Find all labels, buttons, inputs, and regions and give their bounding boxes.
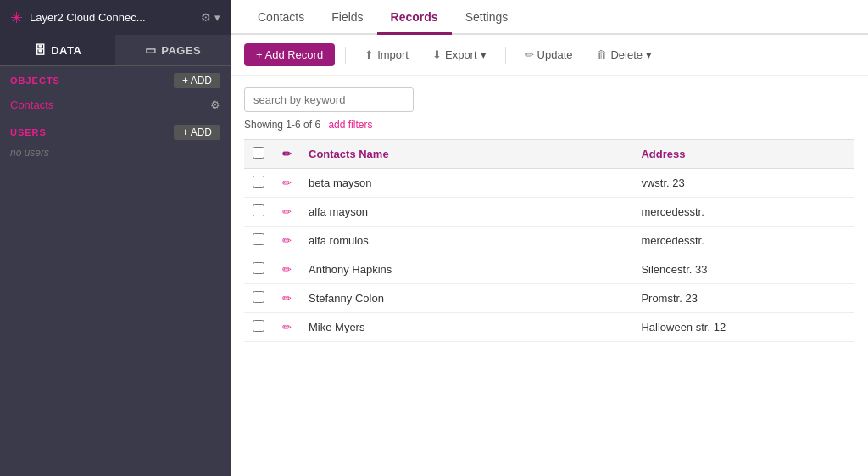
row-checkbox-4[interactable] xyxy=(253,291,264,303)
sidebar-settings-icon[interactable]: ⚙ ▾ xyxy=(201,11,220,24)
row-address-3: Silencestr. 33 xyxy=(632,255,854,284)
row-checkbox-3[interactable] xyxy=(253,262,264,274)
contacts-gear-icon[interactable]: ⚙ xyxy=(210,98,220,111)
row-edit-icon-5[interactable]: ✏ xyxy=(282,321,292,333)
row-checkbox-1[interactable] xyxy=(253,204,264,216)
import-label: Import xyxy=(377,48,409,61)
row-name-5: Mike Myers xyxy=(300,313,632,342)
pages-nav-label: PAGES xyxy=(161,44,201,57)
showing-count: Showing 1-6 of 6 xyxy=(244,119,320,131)
header-contacts-name: Contacts Name xyxy=(300,140,632,169)
table-row: ✏ beta mayson vwstr. 23 xyxy=(244,169,854,198)
records-content: Showing 1-6 of 6 add filters ✏ Contacts … xyxy=(231,76,868,476)
no-users-text: no users xyxy=(0,143,231,162)
trash-icon: 🗑 xyxy=(596,48,607,61)
add-record-button[interactable]: + Add Record xyxy=(244,43,335,66)
row-name-1: alfa mayson xyxy=(300,198,632,227)
sidebar-header: ✳ Layer2 Cloud Connec... ⚙ ▾ xyxy=(0,0,231,35)
row-edit-icon-4[interactable]: ✏ xyxy=(282,292,292,305)
export-button[interactable]: ⬇ Export ▾ xyxy=(424,43,495,66)
row-checkbox-cell xyxy=(244,169,273,198)
row-edit-cell: ✏ xyxy=(273,284,300,313)
select-all-checkbox[interactable] xyxy=(253,147,264,159)
add-user-button[interactable]: + ADD xyxy=(174,125,220,140)
import-icon: ⬆ xyxy=(364,48,374,61)
pencil-icon: ✏ xyxy=(525,48,534,61)
delete-button[interactable]: 🗑 Delete ▾ xyxy=(587,43,660,66)
add-object-button[interactable]: + ADD xyxy=(174,73,220,88)
table-row: ✏ alfa romulos mercedesstr. xyxy=(244,227,854,255)
table-body: ✏ beta mayson vwstr. 23 ✏ alfa mayson me… xyxy=(244,169,854,342)
table-header: ✏ Contacts Name Address xyxy=(244,140,854,169)
export-label: Export xyxy=(445,48,477,61)
row-edit-icon-3[interactable]: ✏ xyxy=(282,263,292,276)
add-filters-link[interactable]: add filters xyxy=(328,119,372,131)
row-edit-cell: ✏ xyxy=(273,313,300,342)
search-bar xyxy=(244,87,854,112)
row-edit-cell: ✏ xyxy=(273,198,300,227)
row-checkbox-0[interactable] xyxy=(253,176,264,188)
tab-records[interactable]: Records xyxy=(377,2,452,35)
users-section-header: USERS + ADD xyxy=(0,118,231,143)
sidebar-nav: 🗄 DATA ▭ PAGES xyxy=(0,35,231,66)
sidebar-item-contacts[interactable]: Contacts ⚙ xyxy=(0,92,231,118)
row-checkbox-cell xyxy=(244,284,273,313)
import-button[interactable]: ⬆ Import xyxy=(356,43,417,66)
tab-fields[interactable]: Fields xyxy=(318,2,376,35)
tab-bar: Contacts Fields Records Settings xyxy=(231,0,868,35)
data-nav-label: DATA xyxy=(51,44,81,57)
tab-contacts[interactable]: Contacts xyxy=(244,2,318,35)
app-title: Layer2 Cloud Connec... xyxy=(30,11,194,24)
records-toolbar: + Add Record ⬆ Import ⬇ Export ▾ ✏ Updat… xyxy=(231,35,868,76)
row-edit-cell: ✏ xyxy=(273,255,300,284)
toolbar-separator-1 xyxy=(345,47,346,64)
row-edit-icon-0[interactable]: ✏ xyxy=(282,176,292,189)
header-address: Address xyxy=(632,140,854,169)
pages-nav-button[interactable]: ▭ PAGES xyxy=(115,35,231,65)
row-edit-icon-1[interactable]: ✏ xyxy=(282,205,292,218)
row-checkbox-cell xyxy=(244,227,273,255)
row-name-3: Anthony Hapkins xyxy=(300,255,632,284)
database-icon: 🗄 xyxy=(34,43,47,57)
table-row: ✏ Mike Myers Halloween str. 12 xyxy=(244,313,854,342)
sidebar: ✳ Layer2 Cloud Connec... ⚙ ▾ 🗄 DATA ▭ PA… xyxy=(0,0,231,476)
row-edit-cell: ✏ xyxy=(273,169,300,198)
row-edit-icon-2[interactable]: ✏ xyxy=(282,234,292,247)
showing-info: Showing 1-6 of 6 add filters xyxy=(244,119,854,131)
row-address-1: mercedesstr. xyxy=(632,198,854,227)
update-label: Update xyxy=(537,48,573,61)
update-button[interactable]: ✏ Update xyxy=(516,43,581,66)
row-checkbox-5[interactable] xyxy=(253,320,264,332)
delete-chevron-icon: ▾ xyxy=(646,48,652,61)
users-label: USERS xyxy=(10,127,47,137)
app-logo-icon: ✳ xyxy=(10,8,23,27)
table-row: ✏ alfa mayson mercedesstr. xyxy=(244,198,854,227)
row-checkbox-cell xyxy=(244,255,273,284)
export-chevron-icon: ▾ xyxy=(481,48,487,61)
row-edit-cell: ✏ xyxy=(273,227,300,255)
row-name-4: Stefanny Colon xyxy=(300,284,632,313)
main-content: Contacts Fields Records Settings + Add R… xyxy=(231,0,868,476)
row-checkbox-2[interactable] xyxy=(253,233,264,245)
header-checkbox-cell xyxy=(244,140,273,169)
edit-header-icon: ✏ xyxy=(282,148,292,160)
tab-settings[interactable]: Settings xyxy=(452,2,522,35)
table-row: ✏ Stefanny Colon Promstr. 23 xyxy=(244,284,854,313)
contacts-item-label: Contacts xyxy=(10,98,53,111)
row-address-2: mercedesstr. xyxy=(632,227,854,255)
records-table: ✏ Contacts Name Address ✏ beta mayson vw… xyxy=(244,139,854,342)
row-name-0: beta mayson xyxy=(300,169,632,198)
header-edit-cell: ✏ xyxy=(273,140,300,169)
export-icon: ⬇ xyxy=(432,48,442,61)
search-input[interactable] xyxy=(244,87,414,112)
objects-section-header: OBJECTS + ADD xyxy=(0,66,231,92)
row-address-4: Promstr. 23 xyxy=(632,284,854,313)
row-address-5: Halloween str. 12 xyxy=(632,313,854,342)
row-address-0: vwstr. 23 xyxy=(632,169,854,198)
toolbar-separator-2 xyxy=(505,47,506,64)
objects-label: OBJECTS xyxy=(10,76,60,86)
row-checkbox-cell xyxy=(244,198,273,227)
data-nav-button[interactable]: 🗄 DATA xyxy=(0,35,115,65)
row-name-2: alfa romulos xyxy=(300,227,632,255)
pages-icon: ▭ xyxy=(145,43,157,57)
